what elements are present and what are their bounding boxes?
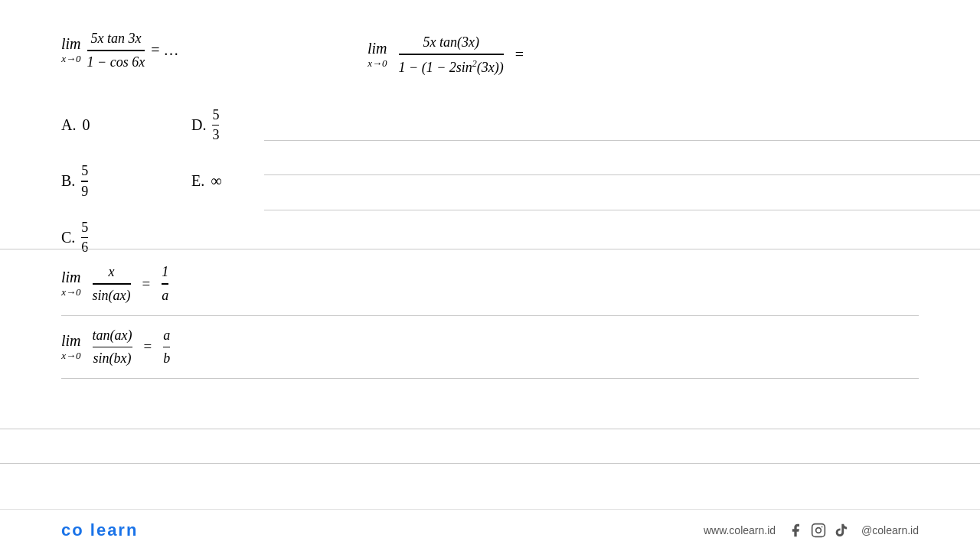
formula2-den: sin(bx) xyxy=(93,349,132,367)
lim-subscript: x→0 xyxy=(61,53,80,65)
working-numerator: 5x tan(3x) xyxy=(423,34,479,52)
separator-3 xyxy=(264,210,980,210)
choice-e: E. ∞ xyxy=(191,157,306,206)
choice-b-fraction: 5 9 xyxy=(81,163,88,200)
choice-a-value: 0 xyxy=(82,116,90,134)
choice-a-label: A. xyxy=(61,116,76,134)
formula1-fraction: x sin(ax) xyxy=(93,264,131,304)
footer: co learn www.colearn.id xyxy=(0,509,980,551)
working-bar xyxy=(399,54,504,55)
formulas-section: lim x→0 x sin(ax) = 1 a lim x→0 ta xyxy=(61,253,919,379)
working-equals: = xyxy=(515,46,524,64)
choice-d-numerator: 5 xyxy=(212,107,219,123)
formula2-bar xyxy=(93,347,132,348)
footer-website: www.colearn.id xyxy=(704,524,776,536)
choice-e-value: ∞ xyxy=(211,172,221,190)
formula1-bar xyxy=(93,283,131,285)
choice-b-bar xyxy=(81,181,88,182)
formula2-lim: lim x→0 xyxy=(61,332,81,362)
formula1-den: sin(ax) xyxy=(93,286,131,304)
equals-dots: = … xyxy=(151,41,178,59)
fraction-bar xyxy=(87,50,145,51)
choice-d-fraction: 5 3 xyxy=(212,107,219,144)
formula2-result-den: b xyxy=(163,349,170,367)
choice-c-label: C. xyxy=(61,229,75,246)
choice-a: A. 0 xyxy=(61,101,176,150)
fraction-numerator: 5x tan 3x xyxy=(90,31,141,48)
social-icons xyxy=(787,522,850,539)
choice-b-denominator: 9 xyxy=(81,184,88,200)
formula-1: lim x→0 x sin(ax) = 1 a xyxy=(61,253,919,315)
choice-d-bar xyxy=(212,125,219,126)
working-area: lim x→0 5x tan(3x) 1 − (1 − 2sin2(3x)) = xyxy=(368,31,919,76)
formula1-lim-sub: x→0 xyxy=(61,286,80,298)
formula1-result-den: a xyxy=(162,286,168,304)
svg-point-1 xyxy=(816,528,822,533)
formula2-lim-text: lim xyxy=(61,332,81,350)
main-fraction: 5x tan 3x 1 − cos 6x xyxy=(87,31,145,70)
answer-choices: A. 0 D. 5 3 B. xyxy=(61,101,322,262)
formula1-result: 1 a xyxy=(162,264,168,304)
working-lim-text: lim xyxy=(368,40,387,57)
formula2-equals: = xyxy=(144,338,152,355)
choice-c-bar xyxy=(81,237,88,239)
working-fraction: 5x tan(3x) 1 − (1 − 2sin2(3x)) xyxy=(399,34,504,76)
separator-2 xyxy=(264,174,980,175)
formula1-lim-text: lim xyxy=(61,269,81,286)
footer-social-handle: @colearn.id xyxy=(861,524,919,536)
lim-notation: lim x→0 xyxy=(61,35,81,65)
separator-full-1 xyxy=(0,249,980,249)
svg-point-2 xyxy=(822,527,823,528)
choice-e-label: E. xyxy=(191,172,204,190)
limit-expression: lim x→0 5x tan 3x 1 − cos 6x = … xyxy=(61,31,322,70)
formula1-num: x xyxy=(109,264,115,282)
choice-c-numerator: 5 xyxy=(81,220,88,236)
lim-text: lim xyxy=(61,35,81,53)
formula1-result-num: 1 xyxy=(162,264,168,282)
fraction-denominator: 1 − cos 6x xyxy=(87,53,145,70)
choice-b-numerator: 5 xyxy=(81,163,88,179)
separator-formula-2 xyxy=(61,378,919,379)
footer-logo: co learn xyxy=(61,520,138,540)
choice-d-denominator: 3 xyxy=(212,127,219,143)
tiktok-icon xyxy=(833,522,850,539)
choice-d: D. 5 3 xyxy=(191,101,306,150)
choice-d-label: D. xyxy=(191,116,206,134)
formula2-result: a b xyxy=(163,328,170,367)
formula1-lim: lim x→0 xyxy=(61,269,81,298)
formula2-result-num: a xyxy=(163,328,170,345)
separator-empty-2 xyxy=(0,463,980,464)
formula1-result-bar xyxy=(162,283,168,285)
working-step1: lim x→0 5x tan(3x) 1 − (1 − 2sin2(3x)) = xyxy=(368,34,919,76)
formula-2: lim x→0 tan(ax) sin(bx) = a b xyxy=(61,316,919,379)
formula2-num: tan(ax) xyxy=(93,328,132,345)
separator-empty-1 xyxy=(0,429,980,429)
instagram-icon xyxy=(810,522,827,539)
working-denominator: 1 − (1 − 2sin2(3x)) xyxy=(399,57,504,76)
formula1-equals: = xyxy=(142,276,151,292)
formula2-lim-sub: x→0 xyxy=(61,350,80,362)
footer-right: www.colearn.id xyxy=(704,522,919,539)
formula2-result-bar xyxy=(163,347,170,348)
choice-b-label: B. xyxy=(61,172,75,190)
facebook-icon xyxy=(787,522,804,539)
svg-rect-0 xyxy=(812,524,825,537)
working-lim-sub: x→0 xyxy=(368,57,387,70)
choice-c-fraction: 5 6 xyxy=(81,220,88,256)
separator-1 xyxy=(264,140,980,141)
formula2-fraction: tan(ax) sin(bx) xyxy=(93,328,132,367)
working-lim-notation: lim x→0 xyxy=(368,40,387,70)
choice-b: B. 5 9 xyxy=(61,157,176,206)
